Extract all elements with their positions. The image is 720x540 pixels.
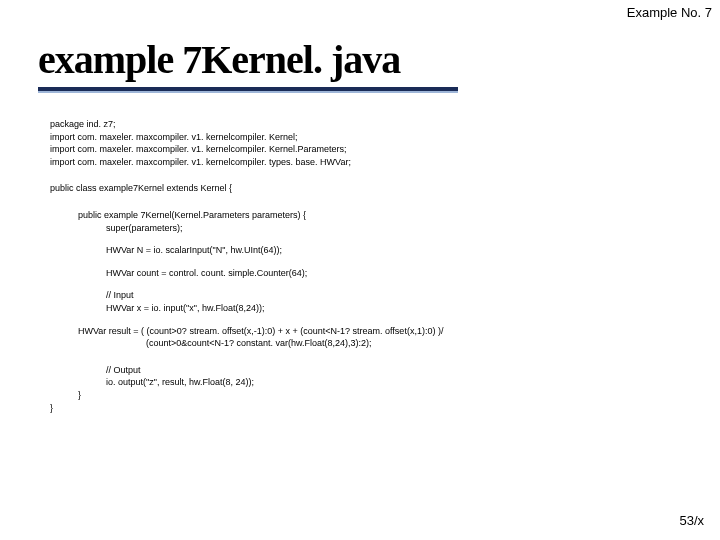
code-line: io. output("z", result, hw.Float(8, 24))… — [106, 376, 690, 389]
code-line: public class example7Kernel extends Kern… — [50, 182, 690, 195]
title-underline — [38, 87, 458, 93]
code-line: import com. maxeler. maxcompiler. v1. ke… — [50, 143, 690, 156]
code-line: } — [78, 389, 690, 402]
code-content: package ind. z7; import com. maxeler. ma… — [50, 118, 690, 414]
slide-header: Example No. 7 — [627, 5, 712, 20]
title-block: example 7Kernel. java — [38, 36, 458, 93]
code-line: // Input — [106, 289, 690, 302]
code-line: // Output — [106, 364, 690, 377]
slide-title: example 7Kernel. java — [38, 36, 458, 83]
code-line: HWVar N = io. scalarInput("N", hw.UInt(6… — [106, 244, 690, 257]
code-line: public example 7Kernel(Kernel.Parameters… — [78, 209, 690, 222]
code-line: HWVar count = control. count. simple.Cou… — [106, 267, 690, 280]
code-line: HWVar result = ( (count>0? stream. offse… — [78, 325, 690, 338]
accent-lightblue-line — [38, 91, 458, 93]
code-line: } — [50, 402, 690, 415]
code-line: HWVar x = io. input("x", hw.Float(8,24))… — [106, 302, 690, 315]
page-number: 53/x — [679, 513, 704, 528]
code-line: (count>0&count<N-1? constant. var(hw.Flo… — [146, 337, 690, 350]
code-line: package ind. z7; — [50, 118, 690, 131]
code-line: import com. maxeler. maxcompiler. v1. ke… — [50, 131, 690, 144]
code-line: super(parameters); — [106, 222, 690, 235]
code-line: import com. maxeler. maxcompiler. v1. ke… — [50, 156, 690, 169]
